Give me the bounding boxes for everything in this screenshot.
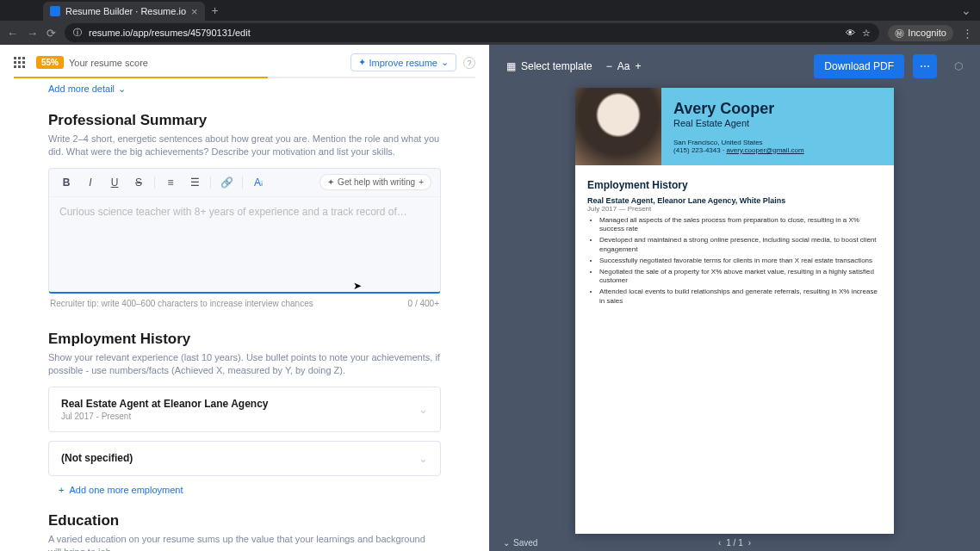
incognito-badge: ㊙ Incognito bbox=[888, 25, 953, 41]
sparkle-icon: ✦ bbox=[358, 57, 366, 68]
score-badge: 55% bbox=[36, 56, 64, 69]
unordered-list-button[interactable]: ☰ bbox=[186, 174, 203, 191]
underline-button[interactable]: U bbox=[106, 174, 123, 191]
editor-pane: 55% Your resume score ✦ Improve resume ⌄… bbox=[0, 45, 489, 551]
select-template-button[interactable]: ▦ Select template bbox=[506, 60, 592, 72]
tab-bar: Resume Builder · Resume.io × + ⌄ bbox=[0, 0, 980, 21]
star-icon[interactable]: ☆ bbox=[862, 28, 871, 39]
summary-footer: Recruiter tip: write 400–600 characters … bbox=[48, 294, 441, 313]
bold-button[interactable]: B bbox=[58, 174, 75, 191]
add-employment-link[interactable]: + Add one more employment bbox=[48, 485, 441, 495]
pager: ‹ 1 / 1 › bbox=[718, 538, 751, 548]
separator bbox=[154, 176, 155, 189]
separator bbox=[242, 176, 243, 189]
employment-title: Employment History bbox=[48, 331, 441, 348]
font-increase-button[interactable]: + bbox=[635, 60, 641, 72]
kebab-menu-icon[interactable]: ⋮ bbox=[962, 27, 973, 40]
incognito-label: Incognito bbox=[908, 28, 946, 38]
preview-pane: ▦ Select template − Aa + Download PDF ⋯ … bbox=[489, 45, 980, 551]
chevron-down-icon[interactable]: ⌄ bbox=[961, 3, 971, 17]
link-button[interactable]: 🔗 bbox=[218, 174, 235, 191]
resume-emp-heading: Employment History bbox=[587, 179, 882, 191]
education-desc: A varied education on your resume sums u… bbox=[48, 533, 441, 551]
font-size-control: − Aa + bbox=[606, 60, 642, 72]
get-help-writing-button[interactable]: ✦ Get help with writing + bbox=[319, 174, 431, 190]
forward-icon[interactable]: → bbox=[27, 27, 38, 40]
education-title: Education bbox=[48, 512, 441, 529]
resume-bullet: Developed and maintained a strong online… bbox=[599, 236, 882, 255]
italic-button[interactable]: I bbox=[82, 174, 99, 191]
resume-header-text: Avery Cooper Real Estate Agent San Franc… bbox=[661, 88, 816, 165]
ai-button[interactable]: Aᵢ bbox=[250, 174, 267, 191]
font-icon: Aa bbox=[617, 60, 630, 72]
reload-icon[interactable]: ⟳ bbox=[47, 27, 56, 40]
employment-item-title: (Not specified) bbox=[61, 452, 419, 464]
saved-indicator: ⌄ Saved bbox=[503, 538, 537, 548]
prev-page-button[interactable]: ‹ bbox=[718, 538, 721, 548]
next-page-button[interactable]: › bbox=[748, 538, 751, 548]
recruiter-tip: Recruiter tip: write 400–600 characters … bbox=[50, 299, 313, 308]
plus-icon: + bbox=[419, 177, 424, 187]
summary-desc: Write 2–4 short, energetic sentences abo… bbox=[48, 133, 441, 159]
add-more-detail-link[interactable]: Add more detail ⌄ bbox=[48, 84, 126, 95]
tab-close-icon[interactable]: × bbox=[191, 5, 198, 18]
browser-toolbar: ← → ⟳ ⓘ resume.io/app/resumes/45790131/e… bbox=[0, 21, 980, 45]
page-indicator: 1 / 1 bbox=[726, 538, 742, 548]
tab-title: Resume Builder · Resume.io bbox=[65, 6, 186, 16]
settings-icon[interactable]: ⬡ bbox=[954, 60, 963, 72]
browser-tab[interactable]: Resume Builder · Resume.io × bbox=[43, 2, 205, 21]
saved-label: Saved bbox=[513, 538, 537, 548]
employment-item[interactable]: Real Estate Agent at Eleanor Lane Agency… bbox=[48, 387, 441, 432]
rte-toolbar: B I U S ≡ ☰ 🔗 Aᵢ ✦ Get help with writing… bbox=[49, 169, 440, 197]
resume-bullet: Attended local events to build relations… bbox=[599, 288, 882, 306]
chevron-down-icon: ⌄ bbox=[503, 538, 510, 548]
employment-item-main: Real Estate Agent at Eleanor Lane Agency… bbox=[61, 398, 419, 421]
chevron-down-icon[interactable]: ⌄ bbox=[419, 452, 428, 465]
site-info-icon[interactable]: ⓘ bbox=[73, 27, 82, 39]
url-bar[interactable]: ⓘ resume.io/app/resumes/45790131/edit 👁 … bbox=[65, 23, 879, 42]
ordered-list-button[interactable]: ≡ bbox=[162, 174, 179, 191]
resume-preview: Avery Cooper Real Estate Agent San Franc… bbox=[575, 88, 894, 534]
resume-bullet: Successfully negotiated favorable terms … bbox=[599, 257, 882, 266]
preview-header: ▦ Select template − Aa + Download PDF ⋯ … bbox=[489, 45, 980, 88]
add-detail-label: Add more detail bbox=[48, 84, 115, 94]
employment-item-title: Real Estate Agent at Eleanor Lane Agency bbox=[61, 398, 419, 410]
eye-off-icon[interactable]: 👁 bbox=[846, 28, 855, 38]
improve-resume-button[interactable]: ✦ Improve resume ⌄ bbox=[350, 53, 456, 71]
score-label: Your resume score bbox=[69, 58, 148, 68]
new-tab-button[interactable]: + bbox=[212, 3, 219, 17]
employment-item[interactable]: (Not specified) ⌄ bbox=[48, 441, 441, 476]
char-count: 0 / 400+ bbox=[408, 299, 439, 308]
chevron-down-icon: ⌄ bbox=[441, 57, 449, 68]
resume-bullets: Managed all aspects of the sales process… bbox=[587, 216, 882, 306]
summary-textarea[interactable]: Curious science teacher with 8+ years of… bbox=[49, 197, 440, 292]
resume-email: avery.cooper@gmail.com bbox=[726, 146, 803, 154]
back-icon[interactable]: ← bbox=[7, 27, 18, 40]
sparkle-icon: ✦ bbox=[327, 177, 334, 187]
help-writing-label: Get help with writing bbox=[338, 177, 415, 187]
employment-item-dates: Jul 2017 - Present bbox=[61, 412, 419, 421]
chevron-down-icon[interactable]: ⌄ bbox=[419, 403, 428, 416]
resume-phone: (415) 223-4343 bbox=[673, 146, 721, 154]
resume-role: Real Estate Agent bbox=[673, 118, 804, 128]
help-icon[interactable]: ? bbox=[463, 57, 475, 69]
font-decrease-button[interactable]: − bbox=[606, 60, 612, 72]
resume-photo bbox=[575, 88, 661, 165]
resume-job-title: Real Estate Agent, Eleanor Lane Agency, … bbox=[587, 196, 882, 205]
app: 55% Your resume score ✦ Improve resume ⌄… bbox=[0, 45, 980, 551]
url-text: resume.io/app/resumes/45790131/edit bbox=[89, 28, 251, 38]
resume-header: Avery Cooper Real Estate Agent San Franc… bbox=[575, 88, 894, 165]
strike-button[interactable]: S bbox=[130, 174, 147, 191]
resume-location: San Francisco, United States bbox=[673, 139, 804, 146]
apps-grid-icon[interactable] bbox=[14, 57, 26, 69]
download-pdf-button[interactable]: Download PDF bbox=[814, 54, 904, 78]
resume-body: Employment History Real Estate Agent, El… bbox=[575, 165, 894, 322]
summary-title: Professional Summary bbox=[48, 112, 441, 129]
editor-content: Add more detail ⌄ Professional Summary W… bbox=[0, 78, 489, 551]
resume-name: Avery Cooper bbox=[673, 100, 804, 118]
separator bbox=[210, 176, 211, 189]
improve-label: Improve resume bbox=[369, 58, 437, 68]
plus-icon: + bbox=[59, 485, 64, 495]
more-menu-button[interactable]: ⋯ bbox=[913, 54, 937, 78]
add-employment-label: Add one more employment bbox=[69, 485, 183, 495]
